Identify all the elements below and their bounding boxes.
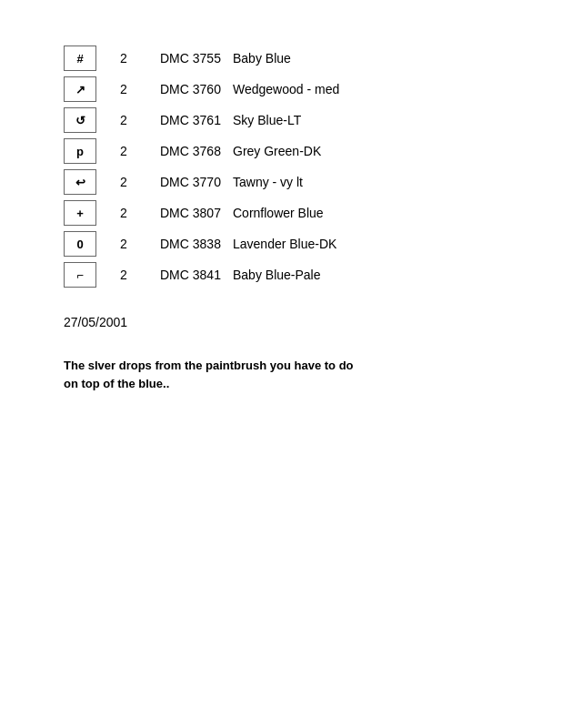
color-name-cell: Lavender Blue-DK xyxy=(233,237,336,251)
date-section: 27/05/2001 xyxy=(64,315,498,329)
thread-row: #2DMC 3755Baby Blue xyxy=(64,46,498,71)
count-cell: 2 xyxy=(115,51,133,66)
color-name-cell: Tawny - vy lt xyxy=(233,175,303,189)
symbol-cell: ↺ xyxy=(64,107,96,133)
count-cell: 2 xyxy=(115,113,133,127)
dmc-cell: DMC 3838 xyxy=(160,237,233,251)
dmc-cell: DMC 3768 xyxy=(160,144,233,158)
symbol-cell: + xyxy=(64,200,96,226)
count-cell: 2 xyxy=(115,206,133,220)
thread-table: #2DMC 3755Baby Blue↗2DMC 3760Wedgewood -… xyxy=(64,46,498,288)
note-section: The slver drops from the paintbrush you … xyxy=(64,357,355,392)
thread-row: +2DMC 3807Cornflower Blue xyxy=(64,200,498,226)
color-name-cell: Grey Green-DK xyxy=(233,144,321,158)
count-cell: 2 xyxy=(115,144,133,158)
count-cell: 2 xyxy=(115,268,133,282)
thread-row: ↗2DMC 3760Wedgewood - med xyxy=(64,76,498,102)
color-name-cell: Sky Blue-LT xyxy=(233,113,301,127)
dmc-cell: DMC 3761 xyxy=(160,113,233,127)
thread-row: ↩2DMC 3770Tawny - vy lt xyxy=(64,169,498,195)
note-text: The slver drops from the paintbrush you … xyxy=(64,359,354,390)
dmc-cell: DMC 3760 xyxy=(160,82,233,96)
thread-row: ⌐2DMC 3841Baby Blue-Pale xyxy=(64,262,498,288)
color-name-cell: Baby Blue xyxy=(233,51,291,66)
symbol-cell: 0 xyxy=(64,231,96,257)
symbol-cell: # xyxy=(64,46,96,71)
dmc-cell: DMC 3770 xyxy=(160,175,233,189)
symbol-cell: ⌐ xyxy=(64,262,96,288)
symbol-cell: ↗ xyxy=(64,76,96,102)
count-cell: 2 xyxy=(115,237,133,251)
color-name-cell: Cornflower Blue xyxy=(233,206,324,220)
symbol-cell: ↩ xyxy=(64,169,96,195)
dmc-cell: DMC 3755 xyxy=(160,51,233,66)
date-text: 27/05/2001 xyxy=(64,315,127,329)
thread-row: 02DMC 3838Lavender Blue-DK xyxy=(64,231,498,257)
dmc-cell: DMC 3807 xyxy=(160,206,233,220)
thread-row: p2DMC 3768Grey Green-DK xyxy=(64,138,498,164)
color-name-cell: Wedgewood - med xyxy=(233,82,339,96)
count-cell: 2 xyxy=(115,82,133,96)
count-cell: 2 xyxy=(115,175,133,189)
color-name-cell: Baby Blue-Pale xyxy=(233,268,321,282)
symbol-cell: p xyxy=(64,138,96,164)
thread-row: ↺2DMC 3761Sky Blue-LT xyxy=(64,107,498,133)
dmc-cell: DMC 3841 xyxy=(160,268,233,282)
